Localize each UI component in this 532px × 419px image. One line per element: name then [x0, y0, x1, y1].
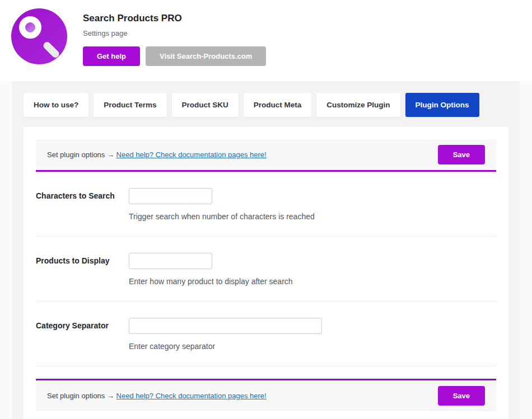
magnifier-handle-icon	[42, 40, 60, 59]
options-bar-label: Set plugin options →	[47, 150, 116, 159]
options-bar-text: Set plugin options → Need help? Check do…	[47, 392, 267, 400]
field-row-characters-to-search: Characters to Search Trigger search when…	[36, 172, 496, 237]
tab-product-meta[interactable]: Product Meta	[244, 93, 312, 117]
field-label: Characters to Search	[36, 188, 129, 221]
tab-how-to-use[interactable]: How to use?	[24, 93, 88, 117]
field-control: Trigger search when number of characters…	[129, 188, 315, 221]
tab-customize-plugin[interactable]: Customize Plugin	[316, 93, 400, 117]
visit-site-button[interactable]: Visit Search-Products.com	[146, 46, 266, 66]
field-label: Category Separator	[36, 318, 129, 351]
field-control: Enter how many product to display after …	[129, 253, 293, 286]
settings-panel: How to use? Product Terms Product SKU Pr…	[12, 81, 520, 419]
options-bar-top: Set plugin options → Need help? Check do…	[36, 139, 496, 172]
save-button-bottom[interactable]: Save	[438, 386, 485, 406]
characters-to-search-input[interactable]	[129, 188, 212, 204]
category-separator-input[interactable]	[129, 318, 322, 334]
tab-product-terms[interactable]: Product Terms	[94, 93, 166, 117]
page-subtitle: Settings page	[83, 29, 266, 37]
documentation-link[interactable]: Need help? Check documentation pages her…	[116, 392, 267, 400]
magnifier-icon	[19, 16, 41, 39]
field-row-products-to-display: Products to Display Enter how many produ…	[36, 237, 496, 302]
tab-plugin-options[interactable]: Plugin Options	[405, 93, 479, 117]
field-control: Enter category separator	[129, 318, 322, 351]
field-label: Products to Display	[36, 253, 129, 286]
get-help-button[interactable]: Get help	[83, 46, 140, 66]
header-info: Search Products PRO Settings page Get he…	[83, 8, 266, 66]
field-hint: Enter how many product to display after …	[129, 277, 293, 286]
field-hint: Enter category separator	[129, 342, 322, 351]
documentation-link[interactable]: Need help? Check documentation pages her…	[116, 150, 267, 159]
save-button-top[interactable]: Save	[438, 145, 485, 164]
options-bar-label: Set plugin options →	[47, 392, 116, 400]
page-header: Search Products PRO Settings page Get he…	[0, 0, 532, 81]
page: Search Products PRO Settings page Get he…	[0, 0, 532, 419]
header-buttons: Get help Visit Search-Products.com	[83, 46, 266, 66]
settings-tabs: How to use? Product Terms Product SKU Pr…	[24, 93, 508, 117]
plugin-options-card: Set plugin options → Need help? Check do…	[24, 127, 508, 419]
options-bar-text: Set plugin options → Need help? Check do…	[47, 150, 267, 159]
field-row-category-separator: Category Separator Enter category separa…	[36, 302, 496, 366]
products-to-display-input[interactable]	[129, 253, 212, 269]
plugin-logo	[11, 8, 67, 64]
page-title: Search Products PRO	[83, 13, 266, 24]
field-hint: Trigger search when number of characters…	[129, 212, 315, 221]
options-bar-bottom: Set plugin options → Need help? Check do…	[36, 379, 496, 411]
tab-product-sku[interactable]: Product SKU	[172, 93, 239, 117]
